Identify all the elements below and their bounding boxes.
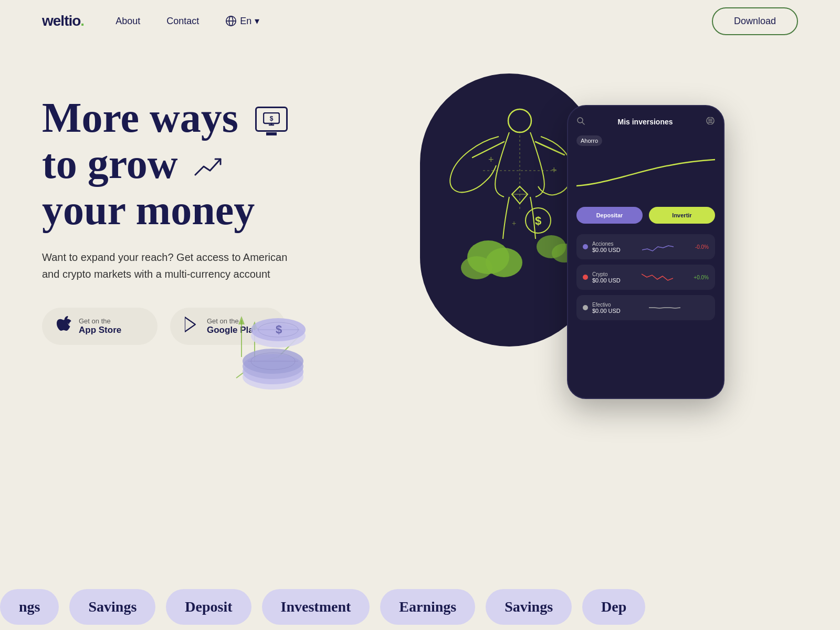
svg-line-24 (582, 122, 584, 124)
invest-chart-crypto (642, 270, 673, 285)
hero-title-line3: your money (42, 187, 255, 233)
invest-item-acciones: Acciones $0.00 USD -0.0% (576, 234, 715, 259)
invest-chart-acciones (642, 239, 674, 254)
svg-text:$: $ (535, 214, 541, 227)
invest-info-crypto: Crypto $0.00 USD (592, 271, 621, 284)
invest-info-acciones: Acciones $0.00 USD (592, 241, 621, 253)
invest-dot-crypto (583, 275, 588, 280)
invest-info-efectivo: Efectivo $0.00 USD (592, 302, 621, 314)
app-store-sub: Get on the (79, 317, 111, 325)
app-store-main: App Store (79, 325, 121, 335)
phone-chart-area (576, 154, 715, 196)
chip-ngs: ngs (0, 589, 59, 625)
chip-investment: Investment (262, 589, 370, 625)
lang-selector[interactable]: En ▾ (225, 15, 259, 27)
nav-contact[interactable]: Contact (166, 16, 199, 27)
lang-chevron: ▾ (255, 15, 259, 27)
hero-description: Want to expand your reach? Get access to… (42, 249, 294, 282)
chip-earnings: Earnings (380, 589, 475, 625)
invest-item-left-efectivo: Efectivo $0.00 USD (583, 302, 621, 314)
invest-val-crypto: $0.00 USD (592, 277, 621, 284)
invest-name-efectivo: Efectivo (592, 302, 621, 308)
hero-section: More ways $ to grow your money Wa (0, 42, 840, 452)
bottom-chips: ngs Savings Deposit Investment Earnings … (0, 567, 840, 630)
nav-about[interactable]: About (116, 16, 140, 27)
svg-text:+: + (488, 154, 494, 165)
apple-icon (57, 316, 71, 337)
hero-title: More ways $ to grow your money (42, 94, 346, 233)
chart-icon (194, 155, 222, 178)
phone-investment-list: Acciones $0.00 USD -0.0% (576, 234, 715, 320)
phone-screen-title: Mis inversiones (617, 118, 673, 126)
svg-point-17 (461, 256, 492, 279)
phone-invest-button[interactable]: Invertir (649, 207, 715, 224)
chip-savings-1: Savings (69, 589, 155, 625)
phone-mockup: Mis inversiones Ahorro (567, 105, 724, 399)
logo[interactable]: weltio. (42, 13, 84, 29)
chip-dep: Dep (582, 589, 645, 625)
svg-point-8 (508, 109, 531, 132)
navbar: weltio. About Contact En ▾ Download (0, 0, 840, 42)
app-store-button[interactable]: Get on the App Store (42, 308, 158, 345)
svg-marker-5 (185, 317, 195, 332)
phone-tab: Ahorro (576, 135, 715, 146)
invest-change-crypto: +0.0% (694, 275, 709, 280)
invest-chart-efectivo (649, 300, 680, 315)
invest-name-crypto: Crypto (592, 271, 621, 277)
app-store-text: Get on the App Store (79, 317, 121, 335)
logo-dot: . (80, 13, 84, 29)
globe-icon (225, 15, 237, 27)
monitor-icon: $ (255, 107, 288, 132)
svg-text:$: $ (270, 115, 274, 122)
invest-name-acciones: Acciones (592, 241, 621, 247)
coin-illustration: $ (210, 294, 326, 399)
lang-label: En (240, 16, 251, 27)
phone-action-btns: Depositar Invertir (576, 207, 715, 224)
google-play-icon (185, 316, 200, 337)
logo-text: weltio (42, 13, 80, 29)
phone-deposit-button[interactable]: Depositar (576, 207, 643, 224)
invest-val-acciones: $0.00 USD (592, 247, 621, 253)
phone-tab-ahorro[interactable]: Ahorro (576, 135, 602, 146)
hero-title-line2: to grow (42, 141, 177, 187)
nav-links: About Contact En ▾ (116, 15, 712, 27)
phone-top-bar: Mis inversiones (576, 117, 715, 127)
svg-marker-30 (238, 316, 245, 324)
svg-text:+: + (551, 165, 557, 175)
svg-text:$: $ (276, 323, 282, 336)
hero-illustration-svg: $ + + + (436, 89, 583, 331)
invest-val-efectivo: $0.00 USD (592, 308, 621, 314)
hero-right: $ + + + (346, 63, 798, 452)
invest-item-left-crypto: Crypto $0.00 USD (583, 271, 621, 284)
invest-item-left-acciones: Acciones $0.00 USD (583, 241, 621, 253)
phone-screen: Mis inversiones Ahorro (568, 106, 723, 398)
svg-point-16 (486, 248, 522, 277)
chip-savings-2: Savings (486, 589, 572, 625)
svg-line-6 (185, 317, 195, 324)
invest-change-acciones: -0.0% (695, 244, 709, 250)
chip-deposit: Deposit (166, 589, 251, 625)
invest-item-efectivo: Efectivo $0.00 USD (576, 295, 715, 320)
svg-text:+: + (512, 219, 516, 227)
svg-line-7 (185, 324, 195, 332)
hero-title-line1: More ways (42, 94, 238, 141)
phone-menu-icon (706, 117, 715, 127)
phone-search-icon (576, 117, 585, 127)
download-button[interactable]: Download (712, 7, 798, 35)
invest-dot-acciones (583, 244, 588, 249)
invest-dot-efectivo (583, 305, 588, 310)
invest-item-crypto: Crypto $0.00 USD +0.0% (576, 265, 715, 290)
